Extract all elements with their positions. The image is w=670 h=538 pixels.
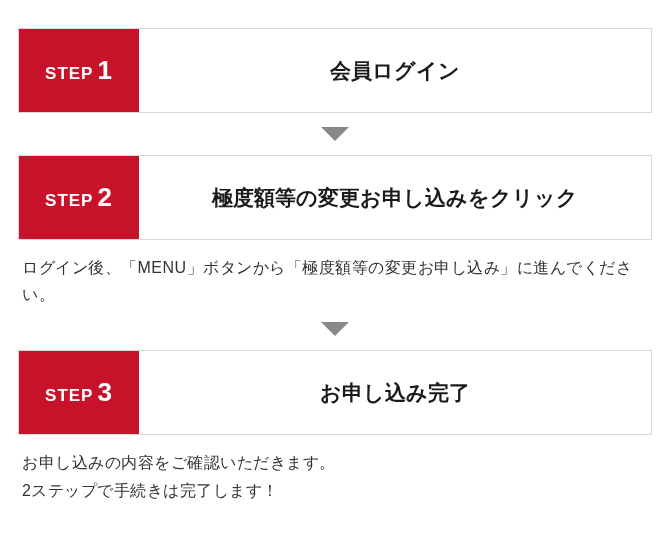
step-row-3: STEP 3 お申し込み完了 <box>18 350 652 435</box>
step-word: STEP <box>45 191 93 211</box>
step-title-3: お申し込み完了 <box>139 351 651 434</box>
step-word: STEP <box>45 386 93 406</box>
arrow-down-icon <box>321 322 349 336</box>
step-title-1: 会員ログイン <box>139 29 651 112</box>
step-row-1: STEP 1 会員ログイン <box>18 28 652 113</box>
arrow-down-icon <box>321 127 349 141</box>
step-number: 2 <box>97 182 112 213</box>
step-badge-1: STEP 1 <box>19 29 139 112</box>
step-badge-2: STEP 2 <box>19 156 139 239</box>
step-number: 3 <box>97 377 112 408</box>
step-description-3: お申し込みの内容をご確認いただきます。2ステップで手続きは完了します！ <box>18 435 652 503</box>
step-title-2: 極度額等の変更お申し込みをクリック <box>139 156 651 239</box>
step-number: 1 <box>97 55 112 86</box>
step-row-2: STEP 2 極度額等の変更お申し込みをクリック <box>18 155 652 240</box>
step-badge-3: STEP 3 <box>19 351 139 434</box>
step-description-2: ログイン後、「MENU」ボタンから「極度額等の変更お申し込み」に進んでください。 <box>18 240 652 308</box>
step-word: STEP <box>45 64 93 84</box>
